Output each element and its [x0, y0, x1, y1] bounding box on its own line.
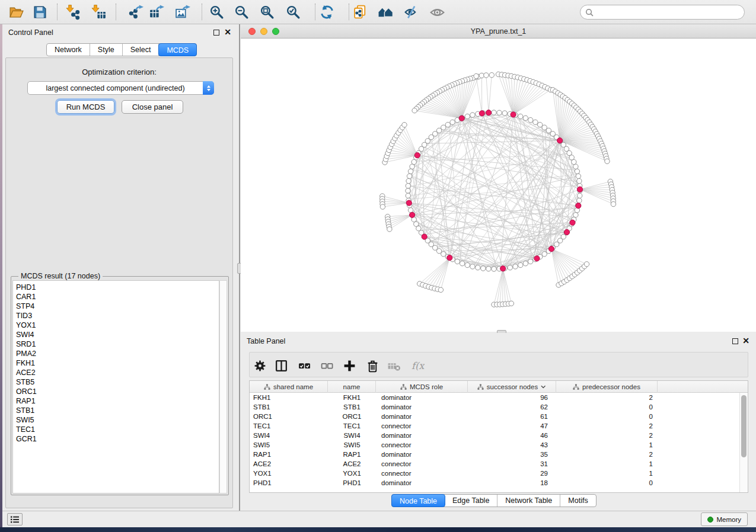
column-header-successor-nodes[interactable]: successor nodes: [468, 381, 556, 393]
run-mcds-button[interactable]: Run MCDS: [57, 100, 114, 114]
column-header-predecessor-nodes[interactable]: predecessor nodes: [556, 381, 658, 393]
table-row[interactable]: STB1STB1dominator620: [250, 402, 739, 412]
table-cell: 0: [556, 402, 658, 412]
save-session-button[interactable]: [30, 2, 50, 22]
mcds-result-item[interactable]: PHD1: [16, 283, 219, 292]
export-table-button[interactable]: [146, 2, 166, 22]
table-row[interactable]: ORC1ORC1dominator610: [250, 412, 739, 421]
mcds-result-scrollbar[interactable]: [219, 280, 227, 493]
tab-style[interactable]: Style: [90, 44, 123, 56]
zoom-fit-button[interactable]: [257, 2, 277, 22]
table-cell: 31: [468, 459, 556, 469]
desktop-background: [0, 24, 2, 532]
table-cell: 62: [468, 402, 556, 412]
mcds-result-item[interactable]: ORC1: [16, 387, 219, 396]
tab-motifs[interactable]: Motifs: [560, 495, 595, 507]
export-network-button[interactable]: [125, 2, 145, 22]
table-cell: connector: [376, 459, 468, 469]
export-image-button[interactable]: [172, 2, 192, 22]
import-network-button[interactable]: [63, 2, 83, 22]
unselect-all-rows-button[interactable]: [318, 358, 336, 373]
mcds-result-item[interactable]: PMA2: [16, 349, 219, 358]
table-scrollbar[interactable]: [739, 393, 748, 492]
mcds-result-item[interactable]: STP4: [16, 302, 219, 311]
float-table-panel-icon[interactable]: [732, 338, 738, 344]
table-row[interactable]: PHD1PHD1dominator180: [250, 478, 739, 488]
mcds-result-item[interactable]: GCR1: [16, 434, 219, 444]
table-toolbar: f(x): [249, 352, 748, 377]
mcds-result-item[interactable]: YOX1: [16, 321, 219, 330]
mcds-result-item[interactable]: SWI5: [16, 415, 219, 425]
tree-icon: [477, 384, 484, 390]
mcds-result-item[interactable]: STB5: [16, 377, 219, 387]
mcds-result-item[interactable]: SWI4: [16, 330, 219, 339]
automation-panel-button[interactable]: [7, 513, 23, 525]
close-table-panel-icon[interactable]: ✕: [742, 335, 749, 346]
zoom-in-button[interactable]: [206, 2, 227, 22]
column-selector-button[interactable]: [272, 358, 290, 373]
tab-edge-table[interactable]: Edge Table: [445, 495, 497, 507]
table-cell: RAP1: [328, 450, 376, 459]
network-view-window: YPA_prune.txt_1: [241, 24, 756, 332]
delete-column-button[interactable]: [363, 358, 381, 373]
import-table-button[interactable]: [88, 2, 109, 22]
add-column-button[interactable]: [340, 358, 358, 373]
mcds-result-item[interactable]: RAP1: [16, 396, 219, 406]
table-row[interactable]: TEC1TEC1connector472: [250, 421, 739, 431]
close-panel-icon[interactable]: ✕: [224, 27, 231, 37]
mcds-result-item[interactable]: SRD1: [16, 339, 219, 349]
mcds-result-item[interactable]: FKH1: [16, 358, 219, 368]
node-table: shared namenameMCDS rolesuccessor nodesp…: [249, 380, 748, 493]
column-label: predecessor nodes: [582, 383, 640, 390]
mcds-result-item[interactable]: ACE2: [16, 368, 219, 377]
mcds-result-item[interactable]: TEC1: [16, 425, 219, 434]
tab-network[interactable]: Network: [47, 44, 90, 56]
float-panel-icon[interactable]: [213, 30, 219, 36]
table-settings-button[interactable]: [251, 358, 269, 373]
table-row[interactable]: SWI4SWI4dominator462: [250, 431, 739, 440]
column-header-shared-name[interactable]: shared name: [250, 381, 328, 393]
search-input[interactable]: [580, 5, 745, 20]
toolbar-separator: [349, 4, 349, 20]
tab-network-table[interactable]: Network Table: [497, 495, 560, 507]
open-session-button[interactable]: [6, 2, 26, 22]
optimization-criterion-dropdown[interactable]: largest connected component (undirected): [27, 81, 214, 95]
mcds-result-item[interactable]: CAR1: [16, 292, 219, 302]
table-panel: Table Panel ✕ f(x) shared namenameMCDS r…: [241, 333, 756, 511]
mcds-result-item[interactable]: STB1: [16, 406, 219, 415]
close-panel-button[interactable]: Close panel: [122, 100, 183, 114]
column-header-MCDS-role[interactable]: MCDS role: [376, 381, 468, 393]
tab-node-table[interactable]: Node Table: [391, 494, 445, 507]
show-all-button[interactable]: [427, 2, 447, 22]
column-label: successor nodes: [487, 383, 538, 390]
memory-button[interactable]: Memory: [701, 512, 748, 526]
dropdown-stepper-icon[interactable]: [203, 81, 214, 95]
table-row[interactable]: SWI5SWI5connector431: [250, 440, 739, 450]
table-cell: 46: [468, 431, 556, 440]
hide-selected-button[interactable]: [401, 2, 422, 22]
table-row[interactable]: FKH1FKH1dominator962: [250, 393, 739, 402]
mcds-result-group: MCDS result (17 nodes) PHD1CAR1STP4TID3Y…: [11, 276, 229, 495]
table-row[interactable]: RAP1RAP1dominator352: [250, 450, 739, 459]
table-cell: connector: [376, 440, 468, 450]
svg-text:f(x): f(x): [412, 360, 425, 371]
column-header-name[interactable]: name: [328, 381, 376, 393]
table-row[interactable]: ACE2ACE2connector311: [250, 459, 739, 469]
table-cell: 1: [556, 459, 658, 469]
first-neighbors-button[interactable]: [375, 2, 395, 22]
table-cell: dominator: [376, 393, 468, 402]
zoom-out-button[interactable]: [231, 2, 251, 22]
table-row[interactable]: YOX1YOX1connector291: [250, 469, 739, 478]
zoom-selected-button[interactable]: [283, 2, 303, 22]
sort-desc-icon: [541, 385, 546, 389]
table-scrollbar-thumb[interactable]: [741, 395, 747, 457]
toolbar-separator: [57, 4, 58, 20]
network-canvas[interactable]: [241, 39, 756, 332]
status-bar: Memory: [0, 511, 756, 527]
mcds-result-item[interactable]: TID3: [16, 311, 219, 321]
tab-select[interactable]: Select: [123, 44, 160, 56]
tab-mcds[interactable]: MCDS: [158, 43, 197, 56]
refresh-button[interactable]: [317, 2, 337, 22]
select-all-rows-button[interactable]: [295, 358, 313, 373]
new-network-from-selection-button[interactable]: [350, 2, 370, 22]
